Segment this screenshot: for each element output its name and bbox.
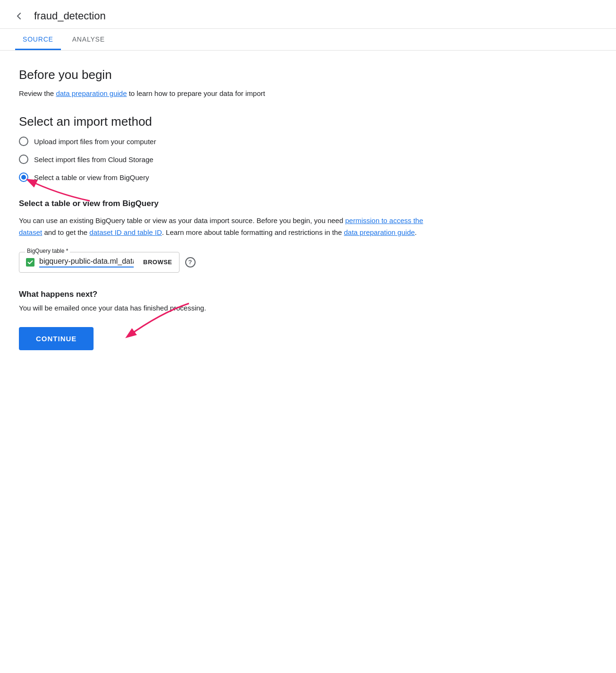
radio-group: Upload import files from your computer S… [19, 137, 435, 182]
help-icon[interactable]: ? [185, 257, 196, 267]
radio-bigquery[interactable]: Select a table or view from BigQuery [19, 173, 435, 182]
radio-bigquery-label: Select a table or view from BigQuery [34, 173, 149, 181]
tabs-container: SOURCE ANALYSE [0, 29, 616, 51]
page-title: fraud_detection [34, 10, 106, 22]
radio-bigquery-input[interactable] [19, 173, 28, 182]
radio-cloud[interactable]: Select import files from Cloud Storage [19, 155, 435, 164]
what-next-text: You will be emailed once your data has f… [19, 304, 435, 312]
bigquery-table-input[interactable] [39, 257, 134, 267]
radio-upload-label: Upload import files from your computer [34, 138, 156, 146]
before-begin-section: Before you begin Review the data prepara… [19, 68, 435, 99]
before-begin-title: Before you begin [19, 68, 435, 82]
radio-upload-input[interactable] [19, 137, 28, 146]
radio-cloud-input[interactable] [19, 155, 28, 164]
before-begin-text: Review the data preparation guide to lea… [19, 88, 435, 99]
checkbox-green-icon [26, 258, 34, 267]
main-content: Before you begin Review the data prepara… [0, 51, 453, 379]
what-next-section: What happens next? You will be emailed o… [19, 290, 435, 350]
bigquery-input-row: BigQuery table * BROWSE ? [19, 252, 435, 273]
continue-area: CONTINUE [19, 327, 94, 350]
radio-bigquery-area: Select a table or view from BigQuery [19, 173, 435, 182]
tab-analyse[interactable]: ANALYSE [65, 29, 112, 50]
what-next-title: What happens next? [19, 290, 435, 299]
header: fraud_detection [0, 0, 616, 29]
radio-bigquery-inner [21, 175, 26, 180]
tab-source[interactable]: SOURCE [15, 29, 61, 50]
data-prep-guide-link-top[interactable]: data preparation guide [56, 89, 127, 97]
continue-button[interactable]: CONTINUE [19, 327, 94, 350]
bigquery-input-label: BigQuery table * [25, 248, 70, 254]
import-method-section: Select an import method Upload import fi… [19, 114, 435, 182]
data-prep-guide-link-bottom[interactable]: data preparation guide [344, 228, 415, 236]
browse-button[interactable]: BROWSE [143, 259, 172, 266]
checkmark-icon [27, 259, 33, 265]
back-button[interactable] [11, 9, 26, 24]
dataset-id-link[interactable]: dataset ID and table ID [89, 228, 162, 236]
bigquery-section: Select a table or view from BigQuery You… [19, 199, 435, 273]
import-method-title: Select an import method [19, 114, 435, 129]
bigquery-body-text: You can use an existing BigQuery table o… [19, 215, 435, 239]
back-icon [13, 10, 25, 22]
bigquery-input-container: BigQuery table * BROWSE [19, 252, 180, 273]
radio-cloud-label: Select import files from Cloud Storage [34, 155, 154, 164]
bigquery-section-title: Select a table or view from BigQuery [19, 199, 435, 208]
radio-upload[interactable]: Upload import files from your computer [19, 137, 435, 146]
